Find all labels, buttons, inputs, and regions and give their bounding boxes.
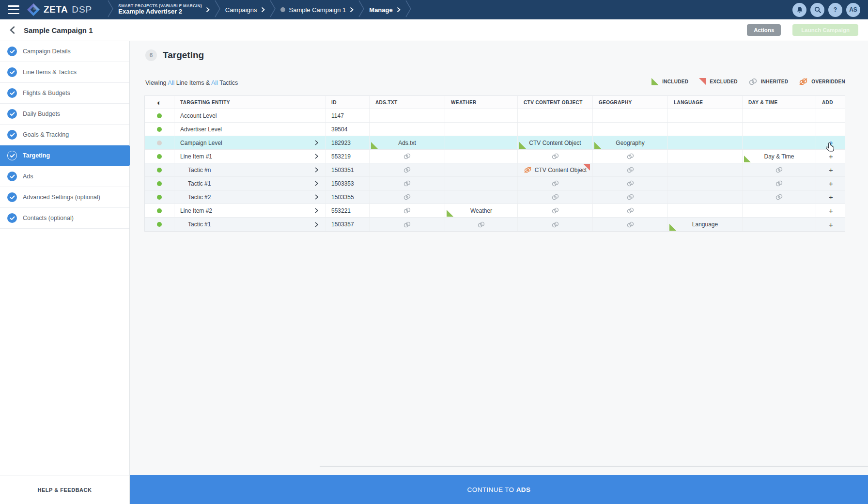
table-row-tactic-n[interactable]: Tactic #n 1503351 CTV Content Object +: [145, 163, 845, 177]
breadcrumb-campaigns[interactable]: Campaigns: [225, 6, 265, 14]
cell-adstxt-included[interactable]: Ads.txt: [369, 136, 445, 149]
launch-campaign-button[interactable]: Launch Campaign: [792, 24, 858, 36]
breadcrumb-manage[interactable]: Manage: [369, 6, 400, 14]
cell-adstxt-inherited[interactable]: [369, 204, 445, 217]
cell-weather-inherited[interactable]: [445, 218, 517, 231]
cell-language-included[interactable]: Language: [667, 218, 742, 231]
table-row-campaign-level[interactable]: Campaign Level 182923 Ads.txt CTV Conten…: [145, 136, 845, 150]
table-row-line-item-1[interactable]: Line Item #1 553219 Day & Time +: [145, 150, 845, 163]
cell-ctv-included[interactable]: CTV Content Object: [517, 136, 592, 149]
sidebar-item-contacts[interactable]: Contacts (optional): [0, 208, 129, 229]
breadcrumb-advertiser[interactable]: SMART PROJECTS (VARIABLE MARGIN) Example…: [118, 4, 209, 16]
table-row-tactic-1-li2[interactable]: Tactic #1 1503357 Language +: [145, 218, 845, 231]
cell-daytime-inherited[interactable]: [742, 163, 816, 176]
cell-geography-inherited[interactable]: [592, 150, 667, 163]
sidebar-item-daily-budgets[interactable]: Daily Budgets: [0, 104, 129, 125]
all-tactics-link[interactable]: All: [211, 79, 218, 86]
cell-adstxt-inherited[interactable]: [369, 163, 445, 176]
help-button[interactable]: ?: [828, 3, 842, 17]
notifications-button[interactable]: [792, 3, 806, 17]
half-circle-icon[interactable]: ◐: [157, 99, 161, 106]
expand-chevron-icon[interactable]: [315, 181, 318, 186]
cell-ctv-inherited[interactable]: [517, 150, 592, 163]
cell-adstxt-inherited[interactable]: [369, 218, 445, 231]
expand-chevron-icon[interactable]: [315, 140, 318, 145]
sidebar-item-ads[interactable]: Ads: [0, 166, 129, 187]
cell-daytime-inherited[interactable]: [742, 177, 816, 190]
expand-chevron-icon[interactable]: [315, 194, 318, 200]
top-navbar: ZETA DSP SMART PROJECTS (VARIABLE MARGIN…: [0, 0, 868, 19]
sidebar-item-targeting[interactable]: Targeting: [0, 145, 129, 166]
sidebar-item-goals-tracking[interactable]: Goals & Tracking: [0, 125, 129, 145]
table-row-tactic-2[interactable]: Tactic #2 1503355 +: [145, 190, 845, 204]
cell-ctv-overridden-excluded[interactable]: CTV Content Object: [517, 163, 592, 176]
continue-to-ads-button[interactable]: CONTINUE TO ADS: [130, 475, 868, 504]
col-ctv-content-object: CTV CONTENT OBJECT: [517, 96, 592, 109]
expand-chevron-icon[interactable]: [315, 222, 318, 227]
table-row-line-item-2[interactable]: Line Item #2 553221 Weather +: [145, 204, 845, 218]
sidebar-item-label: Campaign Details: [23, 48, 71, 55]
help-feedback-button[interactable]: HELP & FEEDBACK: [0, 475, 130, 504]
all-line-items-link[interactable]: All: [168, 79, 174, 86]
breadcrumb-separator: [405, 0, 411, 19]
cell-adstxt-inherited[interactable]: [369, 190, 445, 204]
expand-chevron-icon[interactable]: [315, 154, 318, 159]
breadcrumb: SMART PROJECTS (VARIABLE MARGIN) Example…: [103, 0, 416, 19]
cell-adstxt-inherited[interactable]: [369, 177, 445, 190]
chevron-right-icon[interactable]: [350, 7, 354, 13]
horizontal-scrollbar[interactable]: [320, 466, 868, 467]
cell-ctv-inherited[interactable]: [517, 218, 592, 231]
sidebar-item-advanced-settings[interactable]: Advanced Settings (optional): [0, 187, 129, 208]
col-language: LANGUAGE: [667, 96, 742, 109]
status-dot: [157, 154, 162, 159]
cell-geography-inherited[interactable]: [592, 163, 667, 176]
add-targeting-button[interactable]: +: [829, 193, 833, 201]
add-targeting-button[interactable]: +: [829, 221, 833, 228]
cell-ctv-inherited[interactable]: [517, 190, 592, 204]
table-row-tactic-1[interactable]: Tactic #1 1503353 +: [145, 177, 845, 190]
chevron-left-icon: [10, 26, 15, 34]
add-targeting-button[interactable]: +: [829, 180, 833, 187]
inherited-link-icon: [403, 221, 411, 228]
breadcrumb-separator: [215, 0, 220, 19]
inherited-link-icon: [775, 180, 783, 187]
chevron-right-icon[interactable]: [397, 7, 401, 13]
add-targeting-button[interactable]: +: [829, 139, 833, 146]
cell-weather-included[interactable]: Weather: [445, 204, 517, 217]
chevron-right-icon[interactable]: [206, 7, 210, 13]
cell-adstxt-inherited[interactable]: [369, 150, 445, 163]
search-button[interactable]: [810, 3, 824, 17]
targeting-panel: 6 Targeting Viewing All Line Items & All…: [130, 41, 868, 475]
breadcrumb-campaign[interactable]: Sample Campaign 1: [280, 6, 354, 14]
cell-daytime-inherited[interactable]: [742, 190, 816, 204]
add-targeting-button[interactable]: +: [829, 166, 833, 173]
sidebar-item-line-items-tactics[interactable]: Line Items & Tactics: [0, 62, 129, 83]
cell-ctv-inherited[interactable]: [517, 177, 592, 190]
steps-sidebar: Campaign Details Line Items & Tactics Fl…: [0, 41, 130, 475]
viewing-mid: Line Items &: [174, 79, 211, 86]
user-avatar[interactable]: AS: [846, 3, 860, 17]
inherited-link-icon: [626, 221, 635, 228]
cell-ctv-inherited[interactable]: [517, 204, 592, 217]
add-targeting-button[interactable]: +: [829, 153, 833, 160]
check-circle-icon: [7, 109, 17, 119]
cell-geography-inherited[interactable]: [592, 204, 667, 217]
expand-chevron-icon[interactable]: [315, 208, 318, 213]
chevron-right-icon[interactable]: [261, 7, 265, 13]
cell-geography-inherited[interactable]: [592, 218, 667, 231]
inherited-link-icon: [403, 153, 411, 159]
cell-geography-inherited[interactable]: [592, 177, 667, 190]
cell-geography-inherited[interactable]: [592, 190, 667, 204]
hamburger-menu-icon[interactable]: [8, 5, 19, 14]
expand-chevron-icon[interactable]: [315, 167, 318, 173]
back-button[interactable]: [10, 26, 15, 34]
inherited-link-icon: [403, 207, 411, 214]
sidebar-item-campaign-details[interactable]: Campaign Details: [0, 41, 129, 62]
status-dot: [157, 195, 162, 200]
sidebar-item-flights-budgets[interactable]: Flights & Budgets: [0, 83, 129, 104]
cell-geography-included[interactable]: Geography: [592, 136, 667, 149]
inherited-link-icon: [626, 180, 635, 187]
cell-daytime-included[interactable]: Day & Time: [742, 150, 816, 163]
actions-button[interactable]: Actions: [747, 24, 781, 36]
add-targeting-button[interactable]: +: [829, 207, 833, 214]
